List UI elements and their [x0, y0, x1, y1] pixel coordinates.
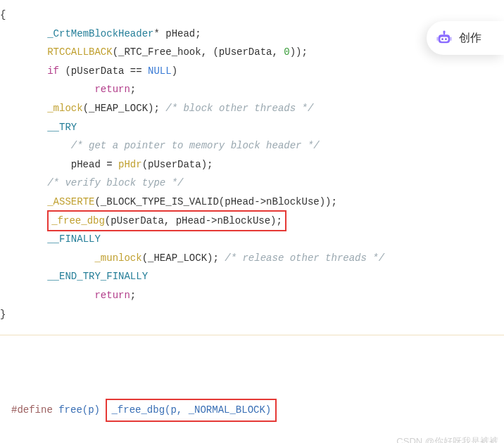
create-button-label: 创作: [459, 31, 481, 46]
comment-verify-block: /* verify block type */: [47, 177, 183, 188]
svg-point-3: [445, 38, 447, 40]
code-block-upper: { _CrtMemBlockHeader* pHead; RTCCALLBACK…: [0, 0, 504, 335]
highlight-free-dbg-call: _free_dbg(pUserData, pHead->nBlockUse);: [47, 210, 286, 232]
create-button[interactable]: 创作: [427, 21, 504, 55]
svg-rect-7: [450, 37, 451, 41]
comment-block-threads: /* block other threads */: [165, 103, 313, 114]
return-keyword-2: return: [94, 290, 130, 301]
svg-point-2: [441, 38, 443, 40]
phdr-call: pHdr: [118, 159, 142, 170]
code-block-lower: #define free(p) _free_dbg(p, _NORMAL_BLO…: [0, 335, 504, 443]
end-try-finally: __END_TRY_FINALLY: [47, 271, 148, 282]
return-keyword: return: [94, 84, 130, 95]
brace-open: {: [0, 9, 6, 20]
brace-close: }: [0, 309, 6, 320]
null-literal: NULL: [148, 65, 172, 77]
munlock-call: _munlock: [94, 252, 141, 264]
free-macro: free(p): [53, 404, 106, 416]
highlight-free-dbg-macro: _free_dbg(p, _NORMAL_BLOCK): [106, 399, 277, 422]
comment-get-pointer: /* get a pointer to memory block header …: [71, 140, 320, 151]
bot-icon: [435, 29, 453, 47]
rtccallback-call: RTCCALLBACK: [47, 46, 112, 58]
type-header: _CrtMemBlockHeader: [47, 28, 153, 39]
comment-release-threads: /* release other threads */: [225, 252, 384, 264]
svg-point-5: [443, 30, 445, 32]
asserte-call: _ASSERTE: [47, 196, 94, 207]
svg-rect-1: [440, 37, 448, 41]
try-keyword: __TRY: [47, 122, 77, 133]
mlock-call: _mlock: [47, 103, 82, 114]
if-keyword: if: [47, 65, 59, 77]
svg-rect-6: [436, 37, 438, 41]
finally-keyword: __FINALLY: [47, 233, 101, 245]
watermark-text: CSDN @你好呀我是裤裤: [396, 433, 498, 443]
define-directive: #define: [11, 404, 53, 416]
